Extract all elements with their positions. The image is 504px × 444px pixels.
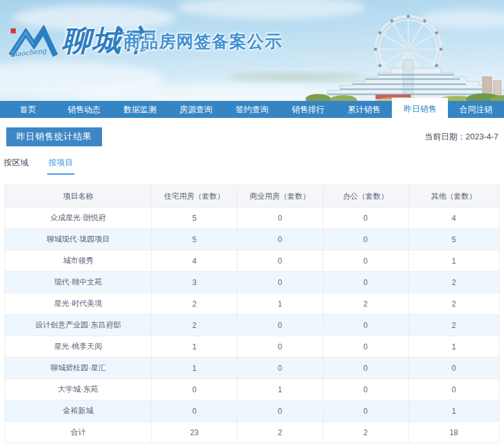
nav-item-sales-dynamics[interactable]: 销售动态 xyxy=(56,101,112,118)
value-cell: 1 xyxy=(237,379,323,400)
column-header: 住宅用房（套数） xyxy=(152,185,238,207)
view-tabs: 按区域按项目 xyxy=(3,156,504,175)
project-name-cell: 众成星光·朗悦府 xyxy=(5,207,152,229)
project-name-cell: 星光·时代美境 xyxy=(5,293,152,315)
content-area: 昨日销售统计结果 当前日期：2023-4-7 按区域按项目 项目名称住宅用房（套… xyxy=(0,127,504,443)
header-banner: Liaocheng 聊城市 商品房网签备案公示 xyxy=(0,0,504,101)
value-cell: 0 xyxy=(323,229,408,250)
distant-shoreline xyxy=(227,74,365,80)
value-cell: 1 xyxy=(408,336,499,358)
table-row: 聊城现代·珑园项目5005 xyxy=(5,229,500,250)
page-title: 昨日销售统计结果 xyxy=(6,127,102,146)
nav-item-yesterday-sales[interactable]: 昨日销售 xyxy=(392,98,448,118)
table-row-total: 合计232218 xyxy=(5,422,500,443)
column-header: 办公（套数） xyxy=(323,185,408,207)
value-cell: 2 xyxy=(408,293,499,315)
table-row: 大学城·东苑0100 xyxy=(5,379,500,400)
tab-by-project[interactable]: 按项目 xyxy=(47,157,74,175)
value-cell: 0 xyxy=(237,315,323,336)
value-cell: 2 xyxy=(323,293,408,315)
value-cell: 0 xyxy=(323,207,408,229)
table-row: 聊城碧桂园·星汇1000 xyxy=(5,358,500,379)
table-body: 众成星光·朗悦府5004聊城现代·珑园项目5005城市领秀4001现代·颐中文苑… xyxy=(5,207,500,443)
project-name-cell: 合计 xyxy=(5,422,152,443)
nav-item-data-monitor[interactable]: 数据监测 xyxy=(112,101,168,118)
value-cell: 4 xyxy=(152,250,238,272)
sales-statistics-table: 项目名称住宅用房（套数）商业用房（套数）办公（套数）其他（套数） 众成星光·朗悦… xyxy=(4,185,500,443)
nav-item-total-sales[interactable]: 累计销售 xyxy=(336,101,392,118)
value-cell: 0 xyxy=(323,250,408,272)
table-header: 项目名称住宅用房（套数）商业用房（套数）办公（套数）其他（套数） xyxy=(5,185,500,207)
value-cell: 0 xyxy=(408,379,499,400)
nav-bar: 首页销售动态数据监测房源查询签约查询销售排行累计销售昨日销售合同注销 xyxy=(0,101,504,118)
nav-item-contract-query[interactable]: 签约查询 xyxy=(224,101,280,118)
value-cell: 5 xyxy=(152,207,238,229)
value-cell: 0 xyxy=(323,358,408,379)
project-name-cell: 金裕新城 xyxy=(5,400,152,422)
value-cell: 3 xyxy=(152,272,238,293)
table-row: 众成星光·朗悦府5004 xyxy=(5,207,500,229)
table-row: 星光·时代美境2122 xyxy=(5,293,500,315)
value-cell: 5 xyxy=(152,229,238,250)
tab-by-region[interactable]: 按区域 xyxy=(3,157,30,173)
value-cell: 0 xyxy=(237,207,323,229)
value-cell: 4 xyxy=(408,207,499,229)
value-cell: 5 xyxy=(408,229,499,250)
value-cell: 1 xyxy=(237,293,323,315)
value-cell: 0 xyxy=(323,336,408,358)
value-cell: 2 xyxy=(237,422,323,443)
value-cell: 2 xyxy=(408,272,499,293)
table-row: 金裕新城0001 xyxy=(5,400,500,422)
value-cell: 1 xyxy=(408,250,499,272)
nav-item-home[interactable]: 首页 xyxy=(0,101,56,118)
value-cell: 2 xyxy=(323,422,408,443)
nav-item-contract-cancel[interactable]: 合同注销 xyxy=(448,101,504,118)
value-cell: 1 xyxy=(152,358,238,379)
title-row: 昨日销售统计结果 当前日期：2023-4-7 xyxy=(6,127,500,146)
value-cell: 0 xyxy=(323,400,408,422)
nav-item-sales-ranking[interactable]: 销售排行 xyxy=(280,101,336,118)
column-header: 其他（套数） xyxy=(408,185,499,207)
value-cell: 1 xyxy=(152,336,238,358)
value-cell: 0 xyxy=(408,358,499,379)
header-row: 项目名称住宅用房（套数）商业用房（套数）办公（套数）其他（套数） xyxy=(5,185,500,207)
column-header: 项目名称 xyxy=(5,185,152,207)
current-date-label: 当前日期：2023-4-7 xyxy=(425,131,500,143)
far-tower xyxy=(483,77,491,96)
site-logo: Liaocheng xyxy=(9,25,59,63)
table-row: 现代·颐中文苑3002 xyxy=(5,272,500,293)
table-row: 设计创意产业园·东昌府邸2002 xyxy=(5,315,500,336)
project-name-cell: 聊城碧桂园·星汇 xyxy=(5,358,152,379)
value-cell: 2 xyxy=(152,293,238,315)
value-cell: 0 xyxy=(323,379,408,400)
value-cell: 0 xyxy=(237,358,323,379)
value-cell: 0 xyxy=(237,229,323,250)
value-cell: 0 xyxy=(237,336,323,358)
project-name-cell: 大学城·东苑 xyxy=(5,379,152,400)
value-cell: 0 xyxy=(152,379,238,400)
nav-item-housing-query[interactable]: 房源查询 xyxy=(168,101,224,118)
value-cell: 0 xyxy=(323,315,408,336)
value-cell: 23 xyxy=(152,422,238,443)
value-cell: 18 xyxy=(408,422,499,443)
value-cell: 0 xyxy=(237,400,323,422)
project-name-cell: 现代·颐中文苑 xyxy=(5,272,152,293)
project-name-cell: 星光·桃李天阅 xyxy=(5,336,152,358)
project-name-cell: 城市领秀 xyxy=(5,250,152,272)
project-name-cell: 聊城现代·珑园项目 xyxy=(5,229,152,250)
value-cell: 1 xyxy=(408,400,499,422)
value-cell: 2 xyxy=(408,315,499,336)
column-header: 商业用房（套数） xyxy=(237,185,323,207)
site-title: 商品房网签备案公示 xyxy=(123,30,282,53)
table-row: 城市领秀4001 xyxy=(5,250,500,272)
value-cell: 0 xyxy=(152,400,238,422)
value-cell: 0 xyxy=(237,250,323,272)
project-name-cell: 设计创意产业园·东昌府邸 xyxy=(5,315,152,336)
value-cell: 2 xyxy=(152,315,238,336)
value-cell: 0 xyxy=(237,272,323,293)
table-row: 星光·桃李天阅1001 xyxy=(5,336,500,358)
value-cell: 0 xyxy=(323,272,408,293)
